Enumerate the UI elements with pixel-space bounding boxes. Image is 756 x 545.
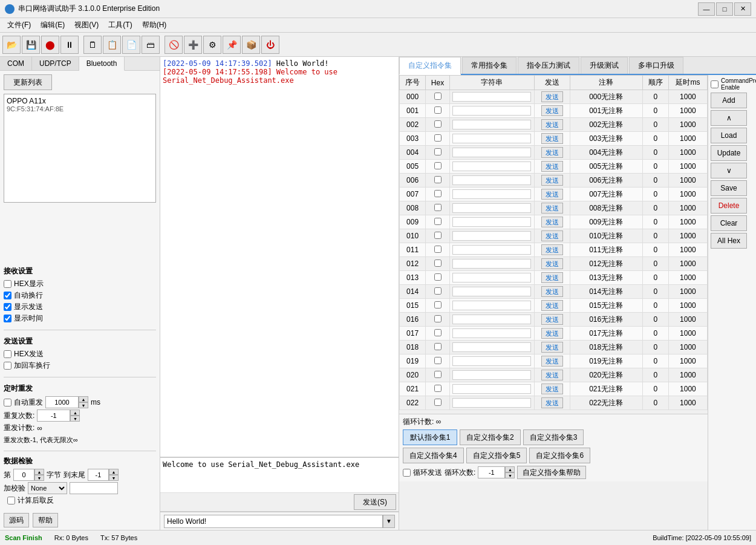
down-button[interactable]: ∨	[711, 163, 747, 178]
str-input[interactable]	[452, 259, 531, 269]
str-input[interactable]	[452, 148, 531, 157]
toolbar-gear[interactable]: ⚙	[203, 36, 221, 54]
save-button[interactable]: Save	[711, 180, 747, 196]
tab-stress-test[interactable]: 指令压力测试	[518, 57, 579, 74]
delete-button[interactable]: Delete	[711, 198, 747, 214]
cmd-set-6[interactable]: 自定义指令集6	[529, 448, 590, 463]
loop-send-checkbox[interactable]	[403, 469, 411, 477]
interval-down[interactable]: ▼	[79, 402, 88, 408]
row-send-button[interactable]: 发送	[541, 244, 563, 255]
str-input[interactable]	[452, 287, 531, 296]
loop-count-input[interactable]	[478, 466, 505, 478]
str-input[interactable]	[452, 203, 531, 213]
hex-checkbox[interactable]	[434, 385, 442, 392]
cmd-set-5[interactable]: 自定义指令集5	[466, 448, 527, 463]
bottom-input[interactable]	[164, 515, 383, 528]
row-send-button[interactable]: 发送	[541, 175, 563, 186]
str-input[interactable]	[452, 162, 531, 171]
send-textarea[interactable]: Welcome to use Serial_Net_Debug_Assistan…	[160, 458, 399, 492]
str-input[interactable]	[452, 175, 531, 185]
toolbar-add[interactable]: ➕	[184, 36, 202, 54]
hex-checkbox[interactable]	[434, 287, 442, 295]
toolbar-copy2[interactable]: 📋	[103, 36, 121, 54]
repeat-count-up[interactable]: ▲	[70, 410, 80, 416]
row-send-button[interactable]: 发送	[541, 383, 563, 394]
str-input[interactable]	[452, 315, 531, 324]
dropdown-arrow[interactable]: ▼	[383, 515, 395, 528]
send-button[interactable]: 发送(S)	[354, 494, 396, 510]
update-button[interactable]: Update	[711, 145, 747, 161]
row-send-button[interactable]: 发送	[541, 328, 563, 339]
row-send-button[interactable]: 发送	[541, 230, 563, 241]
row-send-button[interactable]: 发送	[541, 342, 563, 353]
row-send-button[interactable]: 发送	[541, 161, 563, 172]
str-input[interactable]	[452, 120, 531, 129]
row-send-button[interactable]: 发送	[541, 356, 563, 367]
row-send-button[interactable]: 发送	[541, 91, 563, 102]
tab-com[interactable]: COM	[0, 57, 32, 70]
row-send-button[interactable]: 发送	[541, 397, 563, 408]
hex-send-checkbox[interactable]	[4, 350, 11, 358]
tab-common-cmd[interactable]: 常用指令集	[462, 57, 516, 74]
menu-help[interactable]: 帮助(H)	[137, 19, 172, 31]
hex-checkbox[interactable]	[434, 176, 442, 183]
hex-checkbox[interactable]	[434, 301, 442, 308]
repeat-count-input[interactable]	[37, 410, 70, 422]
close-button[interactable]: ✕	[734, 2, 751, 16]
clear-button[interactable]: Clear	[711, 215, 747, 231]
row-send-button[interactable]: 发送	[541, 133, 563, 144]
hex-checkbox[interactable]	[434, 218, 442, 225]
hex-checkbox[interactable]	[434, 120, 442, 128]
toolbar-open[interactable]: 📂	[2, 36, 21, 54]
toolbar-copy3[interactable]: 📄	[122, 36, 140, 54]
load-button[interactable]: Load	[711, 128, 747, 143]
auto-newline-checkbox[interactable]	[4, 292, 11, 299]
menu-view[interactable]: 视图(V)	[70, 19, 103, 31]
hex-checkbox[interactable]	[434, 399, 442, 406]
str-input[interactable]	[452, 92, 531, 102]
show-time-checkbox[interactable]	[4, 315, 11, 322]
help-button[interactable]: 帮助	[33, 513, 58, 527]
dv-byte-up[interactable]: ▲	[34, 469, 44, 475]
interval-up[interactable]: ▲	[79, 396, 88, 402]
dv-checksum-select[interactable]: None CRC16 XOR Sum	[28, 482, 67, 494]
carriage-return-checkbox[interactable]	[4, 362, 11, 370]
str-input[interactable]	[452, 301, 531, 310]
hex-checkbox[interactable]	[434, 273, 442, 281]
add-button[interactable]: Add	[711, 93, 747, 108]
str-input[interactable]	[452, 398, 531, 408]
all-hex-button[interactable]: All Hex	[711, 233, 747, 249]
up-button[interactable]: ∧	[711, 110, 747, 126]
refresh-button[interactable]: 更新列表	[4, 74, 52, 90]
row-send-button[interactable]: 发送	[541, 300, 563, 311]
dv-toend-down[interactable]: ▼	[109, 475, 119, 481]
str-input[interactable]	[452, 217, 531, 227]
str-input[interactable]	[452, 328, 531, 338]
interval-input[interactable]	[45, 396, 79, 408]
str-input[interactable]	[452, 245, 531, 255]
row-send-button[interactable]: 发送	[541, 314, 563, 325]
tab-bluetooth[interactable]: Bluetooth	[79, 57, 125, 71]
str-input[interactable]	[452, 273, 531, 282]
toolbar-save[interactable]: 💾	[22, 36, 40, 54]
hex-checkbox[interactable]	[434, 246, 442, 253]
hex-checkbox[interactable]	[434, 329, 442, 336]
str-input[interactable]	[452, 134, 531, 143]
maximize-button[interactable]: □	[716, 2, 733, 16]
dv-toend-up[interactable]: ▲	[109, 469, 119, 475]
dv-byte-input[interactable]	[13, 469, 34, 481]
hex-checkbox[interactable]	[434, 204, 442, 211]
hex-checkbox[interactable]	[434, 134, 442, 142]
hex-checkbox[interactable]	[434, 371, 442, 378]
hex-checkbox[interactable]	[434, 106, 442, 114]
menu-file[interactable]: 文件(F)	[2, 19, 36, 31]
hex-display-checkbox[interactable]	[4, 280, 11, 288]
tab-upgrade-test[interactable]: 升级测试	[581, 57, 628, 74]
dv-byte-down[interactable]: ▼	[34, 475, 44, 481]
tab-udptcp[interactable]: UDP/TCP	[32, 57, 79, 70]
toolbar-copy4[interactable]: 🗃	[142, 36, 160, 54]
hex-checkbox[interactable]	[434, 190, 442, 197]
hex-checkbox[interactable]	[434, 93, 442, 100]
str-input[interactable]	[452, 356, 531, 366]
hex-checkbox[interactable]	[434, 148, 442, 155]
